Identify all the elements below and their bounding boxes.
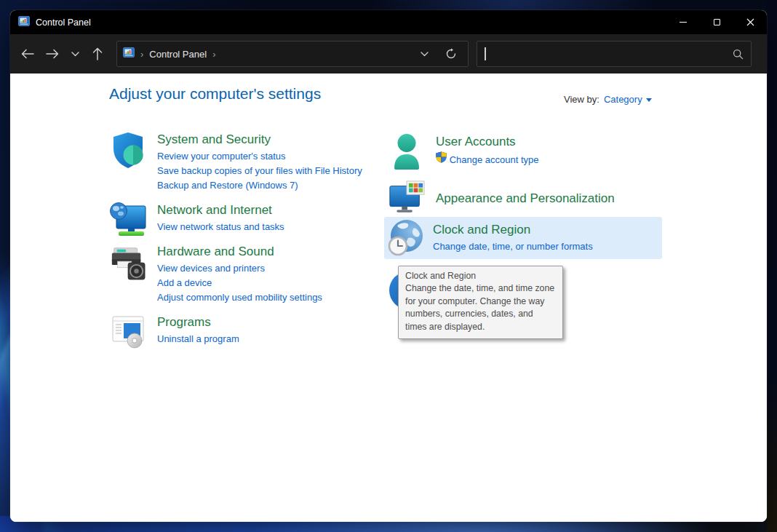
clock-globe-icon[interactable] <box>388 219 423 259</box>
link-view-network-status[interactable]: View network status and tasks <box>157 220 284 234</box>
link-mobility-settings[interactable]: Adjust commonly used mobility settings <box>157 290 322 305</box>
refresh-button[interactable] <box>440 43 462 65</box>
link-uninstall-program[interactable]: Uninstall a program <box>157 332 239 346</box>
minimize-icon <box>680 22 687 23</box>
link-change-account-type[interactable]: Change account type <box>436 151 539 167</box>
address-bar[interactable]: › Control Panel › <box>116 41 469 67</box>
chevron-down-icon <box>421 52 429 57</box>
desktop-wallpaper: Control Panel <box>0 0 777 532</box>
link-file-history[interactable]: Save backup copies of your files with Fi… <box>157 164 362 178</box>
control-panel-app-icon <box>18 15 30 30</box>
category-user-accounts: User Accounts Change account type <box>388 133 539 171</box>
forward-arrow-icon <box>46 49 59 59</box>
category-title[interactable]: User Accounts <box>436 135 516 149</box>
up-arrow-icon <box>92 47 103 60</box>
printer-speaker-icon[interactable] <box>109 243 147 305</box>
forward-button[interactable] <box>40 41 65 66</box>
up-button[interactable] <box>85 41 110 66</box>
network-monitor-icon[interactable] <box>109 202 147 239</box>
chevron-down-icon <box>71 52 79 57</box>
category-programs: Programs Uninstall a program <box>109 314 239 349</box>
refresh-icon <box>445 48 457 60</box>
programs-icon[interactable] <box>109 314 147 349</box>
back-arrow-icon <box>21 49 34 59</box>
maximize-icon <box>714 19 720 25</box>
tooltip: Clock and Region Change the date, time, … <box>398 266 563 339</box>
breadcrumb-app-icon <box>123 47 135 61</box>
view-by-dropdown[interactable]: Category <box>604 94 652 105</box>
address-dropdown-button[interactable] <box>413 43 435 65</box>
window-title: Control Panel <box>36 17 91 28</box>
search-icon[interactable] <box>733 49 744 60</box>
tooltip-title: Clock and Region <box>405 270 556 282</box>
control-panel-window: Control Panel <box>10 10 767 522</box>
window-controls <box>666 10 767 34</box>
back-button[interactable] <box>15 41 40 66</box>
breadcrumb-control-panel[interactable]: Control Panel <box>149 49 207 60</box>
uac-shield-icon <box>436 151 447 163</box>
link-change-date-time-formats[interactable]: Change date, time, or number formats <box>433 239 593 254</box>
category-system-and-security: System and Security Review your computer… <box>109 131 362 193</box>
close-button[interactable] <box>733 10 767 34</box>
link-add-device[interactable]: Add a device <box>157 276 322 290</box>
tooltip-body: Change the date, time, and time zone for… <box>405 282 556 333</box>
link-review-computer-status[interactable]: Review your computer's status <box>157 149 362 164</box>
view-by-label: View by: <box>564 94 599 105</box>
user-icon[interactable] <box>388 133 426 171</box>
category-title[interactable]: Clock and Region <box>433 223 530 237</box>
category-title[interactable]: Appearance and Personalization <box>436 191 615 206</box>
page-title: Adjust your computer's settings <box>109 85 321 103</box>
content-area: Adjust your computer's settings View by:… <box>10 74 767 522</box>
category-hardware-and-sound: Hardware and Sound View devices and prin… <box>109 243 322 305</box>
close-icon <box>746 18 754 26</box>
minimize-button[interactable] <box>666 10 700 34</box>
recent-pages-button[interactable] <box>65 41 85 66</box>
breadcrumb-separator: › <box>140 49 144 60</box>
maximize-button[interactable] <box>700 10 733 34</box>
view-by-control: View by: Category <box>564 94 652 105</box>
category-appearance-personalization: Appearance and Personalization <box>388 178 615 219</box>
category-title[interactable]: Network and Internet <box>157 203 272 218</box>
titlebar-left: Control Panel <box>10 15 666 30</box>
shield-icon[interactable] <box>109 131 147 193</box>
category-title[interactable]: Programs <box>157 315 211 330</box>
dropdown-caret-icon <box>646 98 652 102</box>
category-title[interactable]: System and Security <box>157 132 271 147</box>
display-personalization-icon[interactable] <box>388 179 426 218</box>
search-input[interactable] <box>477 41 752 67</box>
category-title[interactable]: Hardware and Sound <box>157 245 274 259</box>
category-clock-and-region[interactable]: Clock and Region Change date, time, or n… <box>384 217 662 259</box>
wallpaper-right-edge <box>767 0 777 532</box>
titlebar: Control Panel <box>10 10 767 34</box>
link-view-devices-printers[interactable]: View devices and printers <box>157 261 322 276</box>
navigation-bar: › Control Panel › <box>10 34 767 74</box>
category-network-and-internet: Network and Internet View network status… <box>109 202 284 239</box>
breadcrumb-separator[interactable]: › <box>212 49 216 60</box>
link-backup-restore[interactable]: Backup and Restore (Windows 7) <box>157 178 362 193</box>
text-caret <box>485 47 486 60</box>
